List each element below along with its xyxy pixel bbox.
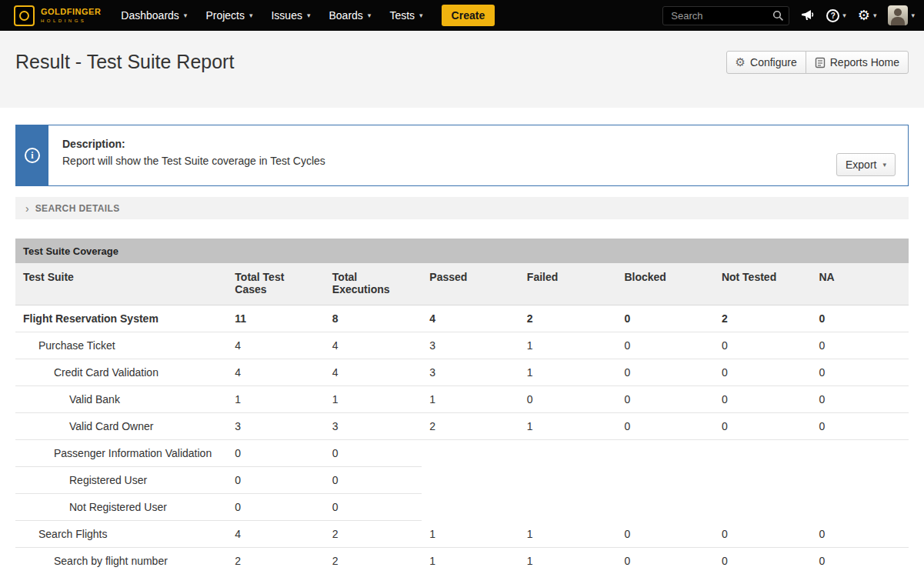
nav-menus: Dashboards▾Projects▾Issues▾Boards▾Tests▾ bbox=[112, 0, 432, 31]
value-cell: 0 bbox=[227, 440, 325, 467]
chevron-down-icon: ▾ bbox=[882, 161, 886, 169]
value-cell: 0 bbox=[519, 386, 617, 413]
coverage-table: Test SuiteTotal Test CasesTotal Executio… bbox=[15, 263, 909, 574]
announcements-button[interactable] bbox=[801, 9, 815, 22]
chevron-down-icon: ▾ bbox=[419, 12, 423, 19]
value-cell: 1 bbox=[422, 548, 519, 574]
value-cell bbox=[811, 467, 909, 494]
coverage-table-body: Flight Reservation System11842020Purchas… bbox=[15, 305, 909, 574]
nav-menu-boards[interactable]: Boards▾ bbox=[319, 0, 380, 31]
value-cell: 1 bbox=[325, 386, 422, 413]
nav-search bbox=[662, 6, 789, 25]
value-cell: 8 bbox=[325, 305, 422, 332]
table-row: Not Registered User00 bbox=[15, 494, 909, 521]
value-cell bbox=[519, 467, 617, 494]
section-title: Test Suite Coverage bbox=[23, 245, 118, 257]
table-row: Credit Card Validation4431000 bbox=[15, 359, 909, 386]
value-cell bbox=[714, 467, 812, 494]
column-header: Total Executions bbox=[325, 263, 422, 305]
search-icon[interactable] bbox=[772, 10, 784, 22]
value-cell: 0 bbox=[325, 494, 422, 521]
value-cell bbox=[616, 494, 714, 521]
create-button[interactable]: Create bbox=[442, 5, 495, 26]
value-cell: 0 bbox=[714, 521, 812, 548]
app-logo[interactable]: GOLDFINGER HOLDINGS bbox=[14, 5, 101, 26]
test-suite-name-cell: Purchase Ticket bbox=[15, 332, 227, 359]
configure-button[interactable]: ⚙ Configure bbox=[726, 51, 806, 74]
nav-menu-dashboards[interactable]: Dashboards▾ bbox=[112, 0, 196, 31]
value-cell bbox=[422, 440, 519, 467]
admin-menu-button[interactable]: ⚙ ▾ bbox=[858, 8, 877, 22]
test-suite-name-cell: Not Registered User bbox=[15, 494, 227, 521]
value-cell: 0 bbox=[227, 467, 325, 494]
value-cell: 0 bbox=[714, 413, 812, 440]
table-row: Valid Card Owner3321000 bbox=[15, 413, 909, 440]
value-cell: 2 bbox=[714, 305, 812, 332]
value-cell: 0 bbox=[616, 332, 714, 359]
value-cell: 2 bbox=[325, 548, 422, 574]
search-input[interactable] bbox=[662, 6, 789, 25]
value-cell bbox=[714, 440, 812, 467]
column-header: Failed bbox=[519, 263, 617, 305]
nav-menu-issues[interactable]: Issues▾ bbox=[262, 0, 319, 31]
value-cell: 4 bbox=[422, 305, 519, 332]
column-header: Test Suite bbox=[15, 263, 227, 305]
value-cell: 0 bbox=[325, 440, 422, 467]
test-suite-name-cell: Registered User bbox=[15, 467, 227, 494]
value-cell: 0 bbox=[714, 386, 812, 413]
value-cell: 1 bbox=[519, 332, 617, 359]
nav-right: ? ▾ ⚙ ▾ ▾ bbox=[662, 5, 915, 25]
value-cell bbox=[519, 440, 617, 467]
value-cell: 2 bbox=[519, 305, 617, 332]
value-cell: 4 bbox=[325, 332, 422, 359]
column-header: Not Tested bbox=[714, 263, 812, 305]
section-title-bar: Test Suite Coverage bbox=[15, 239, 909, 263]
test-suite-name-cell: Search Flights bbox=[15, 521, 227, 548]
chevron-down-icon: ▾ bbox=[249, 12, 253, 19]
table-row: Registered User00 bbox=[15, 467, 909, 494]
value-cell: 3 bbox=[422, 332, 519, 359]
table-row: Search by flight number2211000 bbox=[15, 548, 909, 574]
value-cell: 1 bbox=[519, 548, 617, 574]
value-cell: 1 bbox=[422, 521, 519, 548]
user-menu-button[interactable]: ▾ bbox=[888, 5, 915, 25]
test-suite-name-cell: Valid Card Owner bbox=[15, 413, 227, 440]
chevron-down-icon: ▾ bbox=[873, 12, 877, 19]
nav-menu-projects[interactable]: Projects▾ bbox=[196, 0, 262, 31]
value-cell: 2 bbox=[422, 413, 519, 440]
chevron-down-icon: ▾ bbox=[307, 12, 311, 19]
value-cell: 3 bbox=[325, 413, 422, 440]
help-menu-button[interactable]: ? ▾ bbox=[826, 9, 846, 22]
test-suite-name-cell: Flight Reservation System bbox=[15, 305, 227, 332]
value-cell: 0 bbox=[616, 386, 714, 413]
value-cell: 1 bbox=[519, 359, 617, 386]
value-cell: 0 bbox=[616, 521, 714, 548]
info-icon: i bbox=[25, 148, 40, 163]
value-cell: 11 bbox=[227, 305, 325, 332]
value-cell: 0 bbox=[616, 548, 714, 574]
value-cell bbox=[616, 440, 714, 467]
value-cell: 4 bbox=[227, 359, 325, 386]
table-row: Purchase Ticket4431000 bbox=[15, 332, 909, 359]
value-cell bbox=[811, 440, 909, 467]
info-stripe: i bbox=[16, 125, 48, 185]
value-cell bbox=[422, 467, 519, 494]
reports-home-button[interactable]: Reports Home bbox=[806, 51, 909, 74]
search-details-toggle[interactable]: › SEARCH DETAILS bbox=[15, 197, 909, 219]
test-suite-name-cell: Credit Card Validation bbox=[15, 359, 227, 386]
chevron-down-icon: ▾ bbox=[184, 12, 188, 19]
value-cell: 2 bbox=[227, 548, 325, 574]
column-header: Total Test Cases bbox=[227, 263, 325, 305]
page-header: Result - Test Suite Report ⚙ Configure R… bbox=[0, 31, 924, 108]
gear-icon: ⚙ bbox=[858, 8, 870, 22]
description-panel: i Description: Report will show the Test… bbox=[15, 125, 909, 186]
export-button[interactable]: Export ▾ bbox=[836, 153, 896, 176]
value-cell: 0 bbox=[811, 548, 909, 574]
value-cell: 4 bbox=[227, 521, 325, 548]
help-icon: ? bbox=[826, 9, 839, 22]
nav-menu-tests[interactable]: Tests▾ bbox=[380, 0, 432, 31]
value-cell: 1 bbox=[422, 386, 519, 413]
value-cell: 2 bbox=[325, 521, 422, 548]
test-suite-name-cell: Search by flight number bbox=[15, 548, 227, 574]
goldfinger-logo-icon bbox=[14, 5, 35, 26]
